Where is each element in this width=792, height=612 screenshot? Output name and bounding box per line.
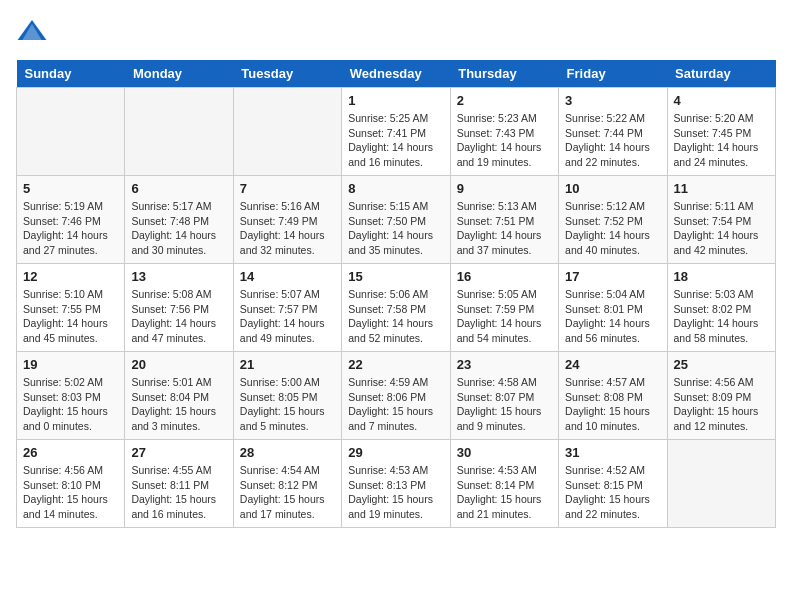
calendar-cell: 3 Sunrise: 5:22 AMSunset: 7:44 PMDayligh… [559, 88, 667, 176]
week-row-1: 1 Sunrise: 5:25 AMSunset: 7:41 PMDayligh… [17, 88, 776, 176]
day-info: Sunrise: 5:17 AMSunset: 7:48 PMDaylight:… [131, 199, 226, 258]
day-info: Sunrise: 5:13 AMSunset: 7:51 PMDaylight:… [457, 199, 552, 258]
day-number: 31 [565, 445, 660, 460]
day-number: 30 [457, 445, 552, 460]
calendar-cell: 29 Sunrise: 4:53 AMSunset: 8:13 PMDaylig… [342, 440, 450, 528]
calendar-cell: 15 Sunrise: 5:06 AMSunset: 7:58 PMDaylig… [342, 264, 450, 352]
calendar-cell [667, 440, 775, 528]
day-info: Sunrise: 4:58 AMSunset: 8:07 PMDaylight:… [457, 375, 552, 434]
day-info: Sunrise: 4:57 AMSunset: 8:08 PMDaylight:… [565, 375, 660, 434]
day-info: Sunrise: 5:06 AMSunset: 7:58 PMDaylight:… [348, 287, 443, 346]
day-number: 5 [23, 181, 118, 196]
calendar-cell: 2 Sunrise: 5:23 AMSunset: 7:43 PMDayligh… [450, 88, 558, 176]
day-info: Sunrise: 5:15 AMSunset: 7:50 PMDaylight:… [348, 199, 443, 258]
day-number: 22 [348, 357, 443, 372]
day-number: 2 [457, 93, 552, 108]
day-header-sunday: Sunday [17, 60, 125, 88]
day-number: 14 [240, 269, 335, 284]
day-number: 12 [23, 269, 118, 284]
calendar-cell: 28 Sunrise: 4:54 AMSunset: 8:12 PMDaylig… [233, 440, 341, 528]
calendar-cell: 17 Sunrise: 5:04 AMSunset: 8:01 PMDaylig… [559, 264, 667, 352]
calendar-cell: 25 Sunrise: 4:56 AMSunset: 8:09 PMDaylig… [667, 352, 775, 440]
day-header-saturday: Saturday [667, 60, 775, 88]
week-row-3: 12 Sunrise: 5:10 AMSunset: 7:55 PMDaylig… [17, 264, 776, 352]
calendar-cell: 13 Sunrise: 5:08 AMSunset: 7:56 PMDaylig… [125, 264, 233, 352]
day-number: 18 [674, 269, 769, 284]
day-number: 1 [348, 93, 443, 108]
calendar-cell: 20 Sunrise: 5:01 AMSunset: 8:04 PMDaylig… [125, 352, 233, 440]
week-row-4: 19 Sunrise: 5:02 AMSunset: 8:03 PMDaylig… [17, 352, 776, 440]
day-number: 4 [674, 93, 769, 108]
day-number: 28 [240, 445, 335, 460]
day-info: Sunrise: 5:07 AMSunset: 7:57 PMDaylight:… [240, 287, 335, 346]
calendar-cell [125, 88, 233, 176]
day-info: Sunrise: 5:03 AMSunset: 8:02 PMDaylight:… [674, 287, 769, 346]
calendar-cell: 19 Sunrise: 5:02 AMSunset: 8:03 PMDaylig… [17, 352, 125, 440]
calendar-cell: 1 Sunrise: 5:25 AMSunset: 7:41 PMDayligh… [342, 88, 450, 176]
calendar-cell: 4 Sunrise: 5:20 AMSunset: 7:45 PMDayligh… [667, 88, 775, 176]
calendar-cell: 24 Sunrise: 4:57 AMSunset: 8:08 PMDaylig… [559, 352, 667, 440]
calendar-cell: 16 Sunrise: 5:05 AMSunset: 7:59 PMDaylig… [450, 264, 558, 352]
day-info: Sunrise: 4:55 AMSunset: 8:11 PMDaylight:… [131, 463, 226, 522]
day-number: 23 [457, 357, 552, 372]
day-info: Sunrise: 5:10 AMSunset: 7:55 PMDaylight:… [23, 287, 118, 346]
calendar-cell: 5 Sunrise: 5:19 AMSunset: 7:46 PMDayligh… [17, 176, 125, 264]
day-number: 17 [565, 269, 660, 284]
day-number: 19 [23, 357, 118, 372]
day-info: Sunrise: 4:53 AMSunset: 8:13 PMDaylight:… [348, 463, 443, 522]
day-info: Sunrise: 5:19 AMSunset: 7:46 PMDaylight:… [23, 199, 118, 258]
day-info: Sunrise: 4:56 AMSunset: 8:10 PMDaylight:… [23, 463, 118, 522]
logo [16, 16, 54, 48]
day-info: Sunrise: 5:05 AMSunset: 7:59 PMDaylight:… [457, 287, 552, 346]
day-info: Sunrise: 4:56 AMSunset: 8:09 PMDaylight:… [674, 375, 769, 434]
day-info: Sunrise: 5:12 AMSunset: 7:52 PMDaylight:… [565, 199, 660, 258]
calendar-cell: 6 Sunrise: 5:17 AMSunset: 7:48 PMDayligh… [125, 176, 233, 264]
calendar-cell: 14 Sunrise: 5:07 AMSunset: 7:57 PMDaylig… [233, 264, 341, 352]
day-number: 11 [674, 181, 769, 196]
day-number: 21 [240, 357, 335, 372]
day-number: 3 [565, 93, 660, 108]
day-info: Sunrise: 5:20 AMSunset: 7:45 PMDaylight:… [674, 111, 769, 170]
calendar-cell: 23 Sunrise: 4:58 AMSunset: 8:07 PMDaylig… [450, 352, 558, 440]
calendar-cell [17, 88, 125, 176]
calendar-cell: 30 Sunrise: 4:53 AMSunset: 8:14 PMDaylig… [450, 440, 558, 528]
day-header-monday: Monday [125, 60, 233, 88]
day-info: Sunrise: 5:00 AMSunset: 8:05 PMDaylight:… [240, 375, 335, 434]
week-row-2: 5 Sunrise: 5:19 AMSunset: 7:46 PMDayligh… [17, 176, 776, 264]
calendar-cell: 10 Sunrise: 5:12 AMSunset: 7:52 PMDaylig… [559, 176, 667, 264]
calendar-table: SundayMondayTuesdayWednesdayThursdayFrid… [16, 60, 776, 528]
day-number: 26 [23, 445, 118, 460]
day-number: 24 [565, 357, 660, 372]
calendar-cell: 9 Sunrise: 5:13 AMSunset: 7:51 PMDayligh… [450, 176, 558, 264]
day-info: Sunrise: 4:53 AMSunset: 8:14 PMDaylight:… [457, 463, 552, 522]
day-number: 15 [348, 269, 443, 284]
day-info: Sunrise: 4:52 AMSunset: 8:15 PMDaylight:… [565, 463, 660, 522]
calendar-cell: 26 Sunrise: 4:56 AMSunset: 8:10 PMDaylig… [17, 440, 125, 528]
calendar-cell: 27 Sunrise: 4:55 AMSunset: 8:11 PMDaylig… [125, 440, 233, 528]
day-number: 7 [240, 181, 335, 196]
day-number: 20 [131, 357, 226, 372]
calendar-cell: 22 Sunrise: 4:59 AMSunset: 8:06 PMDaylig… [342, 352, 450, 440]
day-header-wednesday: Wednesday [342, 60, 450, 88]
day-number: 16 [457, 269, 552, 284]
day-info: Sunrise: 4:54 AMSunset: 8:12 PMDaylight:… [240, 463, 335, 522]
day-info: Sunrise: 5:01 AMSunset: 8:04 PMDaylight:… [131, 375, 226, 434]
day-number: 10 [565, 181, 660, 196]
day-info: Sunrise: 5:23 AMSunset: 7:43 PMDaylight:… [457, 111, 552, 170]
calendar-cell: 31 Sunrise: 4:52 AMSunset: 8:15 PMDaylig… [559, 440, 667, 528]
calendar-cell: 18 Sunrise: 5:03 AMSunset: 8:02 PMDaylig… [667, 264, 775, 352]
day-headers-row: SundayMondayTuesdayWednesdayThursdayFrid… [17, 60, 776, 88]
calendar-cell: 21 Sunrise: 5:00 AMSunset: 8:05 PMDaylig… [233, 352, 341, 440]
day-info: Sunrise: 5:25 AMSunset: 7:41 PMDaylight:… [348, 111, 443, 170]
day-info: Sunrise: 4:59 AMSunset: 8:06 PMDaylight:… [348, 375, 443, 434]
calendar-cell: 8 Sunrise: 5:15 AMSunset: 7:50 PMDayligh… [342, 176, 450, 264]
day-number: 9 [457, 181, 552, 196]
day-header-friday: Friday [559, 60, 667, 88]
day-info: Sunrise: 5:16 AMSunset: 7:49 PMDaylight:… [240, 199, 335, 258]
day-number: 13 [131, 269, 226, 284]
calendar-cell [233, 88, 341, 176]
day-number: 29 [348, 445, 443, 460]
day-number: 25 [674, 357, 769, 372]
day-info: Sunrise: 5:02 AMSunset: 8:03 PMDaylight:… [23, 375, 118, 434]
day-info: Sunrise: 5:08 AMSunset: 7:56 PMDaylight:… [131, 287, 226, 346]
